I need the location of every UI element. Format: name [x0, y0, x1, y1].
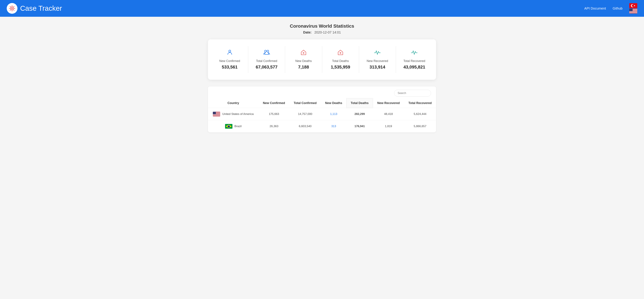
- stat-total-recovered: Total Recovered 43,095,821: [396, 46, 433, 73]
- svg-rect-44: [213, 116, 220, 116]
- stat-new-recovered: New Recovered 313,914: [359, 46, 396, 73]
- country-cell: United States of America: [208, 108, 258, 120]
- search-bar: [208, 86, 436, 98]
- turkish-flag[interactable]: [629, 3, 637, 8]
- main-content: Coronavirus World Statistics Date: 2020-…: [204, 17, 440, 139]
- stat-total-confirmed: Total Confirmed 67,063,577: [248, 46, 285, 73]
- svg-line-10: [10, 6, 11, 7]
- data-table: Country New Confirmed Total Confirmed Ne…: [208, 98, 436, 132]
- new-confirmed-icon: [227, 49, 233, 57]
- header-left: Case Tracker: [7, 3, 62, 14]
- col-new-recovered: New Recovered: [373, 98, 404, 108]
- total-recovered-label: Total Recovered: [403, 59, 425, 63]
- total-deaths-cell: 282,299: [346, 108, 373, 120]
- new-recovered-value: 313,914: [370, 64, 385, 70]
- svg-point-33: [267, 50, 269, 52]
- total-deaths-icon: [338, 49, 344, 57]
- new-deaths-cell: 1,113: [321, 108, 346, 120]
- table-header-row: Country New Confirmed Total Confirmed Ne…: [208, 98, 436, 108]
- svg-point-48: [228, 125, 230, 127]
- svg-point-1: [11, 7, 13, 9]
- new-recovered-label: New Recovered: [366, 59, 388, 63]
- svg-point-32: [264, 50, 266, 52]
- total-confirmed-label: Total Confirmed: [256, 59, 277, 63]
- stat-total-deaths: Total Deaths 1,535,959: [322, 46, 359, 73]
- svg-point-13: [14, 10, 14, 11]
- svg-rect-45: [213, 112, 216, 114]
- svg-point-17: [10, 10, 10, 11]
- date-value: 2020-12-07 14:01: [314, 30, 341, 34]
- country-cell: Brazil: [208, 120, 258, 132]
- page-title: Coronavirus World Statistics: [208, 23, 436, 29]
- svg-line-12: [13, 9, 14, 10]
- us-flag[interactable]: [629, 8, 637, 13]
- stat-new-confirmed: New Confirmed 533,561: [211, 46, 248, 73]
- github-link[interactable]: Github: [613, 6, 622, 10]
- svg-rect-28: [629, 12, 637, 12]
- col-total-deaths[interactable]: Total Deaths: [346, 98, 373, 108]
- svg-line-16: [10, 9, 11, 10]
- new-deaths-value: 7,188: [298, 64, 309, 70]
- total-confirmed-value: 67,063,577: [256, 64, 278, 70]
- total-confirmed-cell: 14,757,000: [289, 108, 321, 120]
- date-line: Date: 2020-12-07 14:01: [208, 30, 436, 34]
- svg-point-3: [12, 5, 12, 6]
- total-deaths-label: Total Deaths: [332, 59, 349, 63]
- total-recovered-cell: 5,866,657: [404, 120, 436, 132]
- search-input[interactable]: [394, 90, 431, 96]
- country-name: Brazil: [234, 125, 242, 128]
- svg-point-20: [632, 4, 634, 7]
- total-deaths-cell: 176,941: [346, 120, 373, 132]
- new-deaths-cell: 313: [321, 120, 346, 132]
- svg-point-31: [229, 50, 231, 52]
- svg-point-7: [9, 8, 10, 9]
- new-confirmed-label: New Confirmed: [219, 59, 240, 63]
- new-confirmed-cell: 175,663: [258, 108, 289, 120]
- col-country: Country: [208, 98, 258, 108]
- svg-point-5: [12, 11, 12, 11]
- api-doc-link[interactable]: API Document: [584, 6, 606, 10]
- svg-point-15: [14, 6, 14, 7]
- table-row: Brazil 26,363 6,603,540 313 176,941 1,81…: [208, 120, 436, 132]
- header-nav: API Document Github: [584, 3, 637, 13]
- svg-line-14: [13, 6, 14, 7]
- total-recovered-icon: [411, 49, 418, 57]
- language-flags[interactable]: [629, 3, 637, 13]
- total-recovered-value: 43,095,821: [403, 64, 425, 70]
- total-confirmed-cell: 6,603,540: [289, 120, 321, 132]
- col-new-confirmed: New Confirmed: [258, 98, 289, 108]
- header: Case Tracker API Document Github: [0, 0, 644, 17]
- col-total-recovered: Total Recovered: [404, 98, 436, 108]
- new-recovered-cell: 1,819: [373, 120, 404, 132]
- table-section: Country New Confirmed Total Confirmed Ne…: [208, 86, 436, 132]
- table-row: United States of America 175,663 14,757,…: [208, 108, 436, 120]
- logo-icon: [7, 3, 18, 14]
- svg-rect-30: [629, 8, 632, 11]
- date-label: Date:: [303, 30, 312, 34]
- svg-point-9: [14, 8, 15, 9]
- total-recovered-cell: 5,624,444: [404, 108, 436, 120]
- new-recovered-icon: [374, 49, 381, 57]
- stats-card: New Confirmed 533,561 Total Confirmed 67…: [208, 39, 436, 80]
- svg-point-11: [10, 6, 10, 7]
- new-recovered-cell: 48,418: [373, 108, 404, 120]
- new-deaths-icon: [300, 49, 306, 57]
- new-confirmed-value: 533,561: [222, 64, 238, 70]
- total-deaths-value: 1,535,959: [331, 64, 350, 70]
- svg-rect-27: [629, 11, 637, 11]
- new-confirmed-cell: 26,363: [258, 120, 289, 132]
- svg-rect-43: [213, 115, 220, 115]
- country-name: United States of America: [222, 112, 254, 116]
- stat-new-deaths: New Deaths 7,188: [285, 46, 322, 73]
- col-new-deaths: New Deaths: [321, 98, 346, 108]
- total-confirmed-icon: [263, 49, 270, 57]
- col-total-confirmed: Total Confirmed: [289, 98, 321, 108]
- app-title: Case Tracker: [20, 4, 62, 12]
- new-deaths-label: New Deaths: [295, 59, 312, 63]
- svg-rect-29: [629, 13, 637, 13]
- svg-rect-42: [213, 114, 220, 115]
